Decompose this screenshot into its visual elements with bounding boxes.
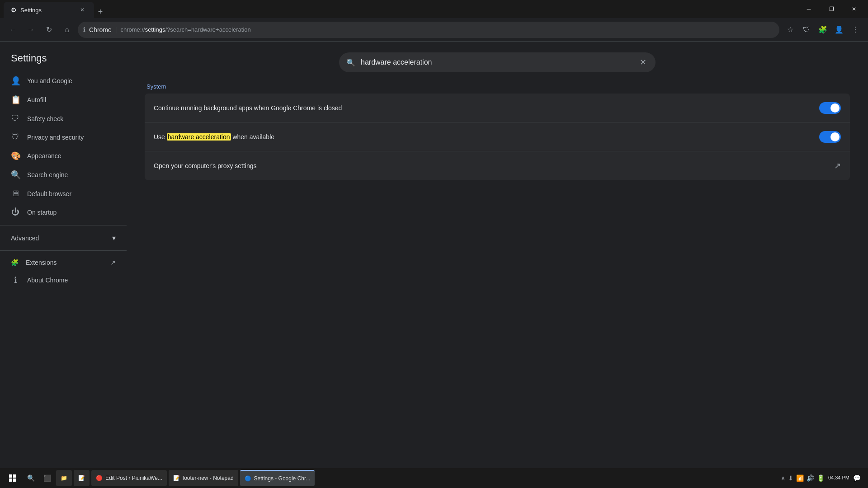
reload-button[interactable]: ↻: [42, 23, 56, 37]
search-icon: 🔍: [346, 58, 355, 67]
close-button[interactable]: ✕: [844, 2, 864, 16]
clock-time: 04:34 PM: [828, 474, 849, 481]
sidebar-item-privacy-security[interactable]: 🛡 Privacy and security: [0, 128, 123, 146]
sidebar-item-default-browser[interactable]: 🖥 Default browser: [0, 184, 123, 203]
sidebar-item-you-and-google[interactable]: 👤 You and Google: [0, 71, 123, 90]
taskbar-item-edit-post[interactable]: 🔴 Edit Post ‹ PiunikaWe...: [91, 470, 167, 486]
settings-chrome-label: Settings - Google Chr...: [254, 475, 311, 482]
search-clear-button[interactable]: ✕: [637, 57, 648, 68]
address-url: chrome://settings/?search=hardware+accel…: [120, 26, 250, 33]
download-icon[interactable]: ⬇: [788, 474, 793, 482]
address-separator: |: [115, 26, 117, 33]
sidebar-advanced[interactable]: Advanced ▾: [0, 229, 127, 247]
up-arrow-icon[interactable]: ∧: [781, 474, 785, 482]
edit-post-label: Edit Post ‹ PiunikaWe...: [105, 475, 162, 481]
tab-close-button[interactable]: ✕: [78, 5, 87, 14]
sidebar-title: Settings: [0, 49, 127, 71]
external-link-icon: ↗: [834, 161, 841, 171]
svg-rect-3: [13, 479, 16, 482]
sidebar-item-label: Privacy and security: [27, 134, 84, 141]
search-bar: 🔍 ✕: [339, 52, 656, 72]
notifications-icon[interactable]: 💬: [853, 474, 861, 482]
maximize-button[interactable]: ❐: [821, 2, 842, 16]
bookmark-button[interactable]: ☆: [783, 23, 797, 37]
settings-row-proxy[interactable]: Open your computer's proxy settings ↗: [145, 151, 850, 180]
taskbar-clock: 04:34 PM: [828, 474, 849, 481]
sidebar-item-autofill[interactable]: 📋 Autofill: [0, 90, 123, 109]
hw-highlight: hardware acceleration: [167, 133, 231, 141]
new-tab-button[interactable]: +: [94, 5, 107, 18]
profile-button[interactable]: 👤: [832, 23, 846, 37]
taskbar-search-button[interactable]: 🔍: [24, 471, 38, 485]
sidebar-item-label: Autofill: [27, 96, 46, 103]
taskbar-item-notepad-icon[interactable]: 📝: [74, 470, 90, 486]
settings-row-hardware-acceleration: Use hardware acceleration when available: [145, 122, 850, 151]
taskbar-item-settings-chrome[interactable]: 🔵 Settings - Google Chr...: [240, 470, 315, 486]
address-brand: Chrome: [89, 26, 112, 33]
explorer-icon: 📁: [61, 475, 67, 481]
search-input[interactable]: [361, 58, 632, 66]
sidebar-item-appearance[interactable]: 🎨 Appearance: [0, 146, 123, 165]
edit-post-favicon: 🔴: [96, 475, 103, 481]
sidebar-item-label: On startup: [27, 209, 57, 216]
extensions-icon: 🧩: [11, 259, 19, 266]
address-bar[interactable]: ℹ Chrome | chrome://settings/?search=har…: [78, 22, 779, 38]
back-button[interactable]: ←: [5, 23, 20, 37]
svg-rect-2: [9, 479, 12, 482]
forward-button[interactable]: →: [24, 23, 38, 37]
safety-icon: 🛡: [11, 114, 20, 123]
taskbar-right: ∧ ⬇ 📶 🔊 🔋 04:34 PM 💬: [781, 474, 864, 482]
active-tab[interactable]: ⚙ Settings ✕: [4, 2, 94, 18]
sidebar-item-about-chrome[interactable]: ℹ About Chrome: [0, 271, 123, 290]
background-apps-label: Continue running background apps when Go…: [154, 104, 819, 112]
sidebar-divider-2: [0, 250, 127, 251]
minimize-button[interactable]: ─: [798, 2, 819, 16]
taskbar-item-footer-new[interactable]: 📝 footer-new - Notepad: [169, 470, 238, 486]
sidebar-item-safety-check[interactable]: 🛡 Safety check: [0, 109, 123, 128]
svg-rect-1: [13, 474, 16, 478]
extensions-button[interactable]: 🧩: [816, 23, 830, 37]
menu-button[interactable]: ⋮: [848, 23, 863, 37]
footer-new-favicon: 📝: [173, 475, 180, 481]
task-view-button[interactable]: ⬛: [40, 471, 54, 485]
toggle-thumb: [830, 103, 840, 113]
settings-card-system: Continue running background apps when Go…: [145, 94, 850, 180]
settings-row-background-apps: Continue running background apps when Go…: [145, 94, 850, 122]
sidebar-item-label: Safety check: [27, 115, 63, 122]
title-bar: ⚙ Settings ✕ + ─ ❐ ✕: [0, 0, 868, 18]
external-link-icon: ↗: [110, 259, 116, 266]
section-title: System: [145, 83, 850, 90]
battery-icon[interactable]: 🔋: [817, 474, 825, 482]
advanced-label: Advanced: [11, 235, 39, 242]
sidebar-item-extensions[interactable]: 🧩 Extensions ↗: [0, 254, 127, 271]
start-button[interactable]: [4, 469, 22, 487]
sidebar: Settings 👤 You and Google 📋 Autofill 🛡 S…: [0, 42, 127, 468]
extensions-label: Extensions: [26, 259, 57, 266]
sidebar-divider: [0, 225, 127, 225]
sidebar-item-search-engine[interactable]: 🔍 Search engine: [0, 165, 123, 184]
background-apps-toggle[interactable]: [819, 102, 841, 114]
wifi-icon[interactable]: 📶: [796, 474, 804, 482]
footer-new-label: footer-new - Notepad: [183, 475, 234, 481]
system-tray: ∧ ⬇ 📶 🔊 🔋: [781, 474, 825, 482]
taskbar: 🔍 ⬛ 📁 📝 🔴 Edit Post ‹ PiunikaWe... 📝 foo…: [0, 468, 868, 488]
site-security-icon: ℹ: [83, 26, 85, 33]
chevron-down-icon: ▾: [112, 234, 116, 242]
shield-button[interactable]: 🛡: [799, 23, 814, 37]
hw-text-before: Use: [154, 133, 167, 141]
sidebar-item-label: You and Google: [27, 77, 72, 84]
startup-icon: ⏻: [11, 207, 20, 217]
proxy-external-link[interactable]: ↗: [834, 161, 841, 171]
toggle-thumb: [830, 132, 840, 141]
tab-bar: ⚙ Settings ✕ +: [4, 0, 107, 18]
home-button[interactable]: ⌂: [60, 23, 74, 37]
search-engine-icon: 🔍: [11, 170, 20, 180]
volume-icon[interactable]: 🔊: [807, 474, 814, 482]
tab-title: Settings: [20, 7, 42, 14]
hardware-acceleration-toggle[interactable]: [819, 131, 841, 143]
notepad-shortcut-icon: 📝: [78, 475, 85, 481]
sidebar-item-label: Search engine: [27, 171, 68, 178]
taskbar-item-explorer[interactable]: 📁: [56, 470, 72, 486]
sidebar-item-on-startup[interactable]: ⏻ On startup: [0, 203, 123, 221]
sidebar-item-label: Appearance: [27, 152, 61, 160]
